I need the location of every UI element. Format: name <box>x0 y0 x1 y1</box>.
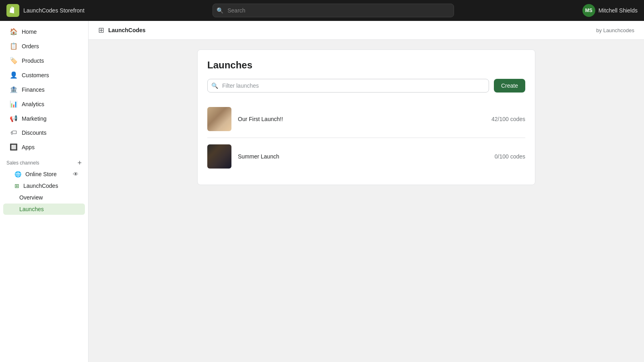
sidebar-item-apps[interactable]: 🔲 Apps <box>3 140 85 154</box>
launch-left: Summer Launch <box>207 144 279 169</box>
apps-icon: 🔲 <box>10 143 18 151</box>
sales-channels-label: Sales channels <box>6 160 39 166</box>
search-icon: 🔍 <box>217 7 223 14</box>
sidebar-item-orders[interactable]: 📋 Orders <box>3 39 85 53</box>
user-name: Mitchell Shields <box>599 7 638 14</box>
sidebar-item-label-home: Home <box>22 29 37 35</box>
sidebar-item-label-products: Products <box>22 58 44 64</box>
sidebar-child-label-launches: Launches <box>19 206 44 212</box>
shopify-logo <box>6 4 19 17</box>
home-icon: 🏠 <box>10 28 18 35</box>
sidebar-item-label-launchcodes: LaunchCodes <box>23 183 58 189</box>
sidebar-item-launchcodes[interactable]: ⊞ LaunchCodes <box>3 180 85 191</box>
topbar: LaunchCodes Storefront 🔍 MS Mitchell Shi… <box>0 0 644 21</box>
sidebar-item-products[interactable]: 🏷️ Products <box>3 53 85 68</box>
sidebar-item-label-marketing: Marketing <box>22 115 46 122</box>
sidebar-item-label-orders: Orders <box>22 43 39 49</box>
finances-icon: 🏦 <box>10 86 18 93</box>
topbar-left: LaunchCodes Storefront <box>6 4 85 17</box>
launch-item-summer-launch[interactable]: Summer Launch 0/100 codes <box>207 138 525 175</box>
sidebar-child-overview[interactable]: Overview <box>3 192 85 203</box>
analytics-icon: 📊 <box>10 100 18 108</box>
launch-thumbnail <box>207 144 231 169</box>
layout: 🏠 Home 📋 Orders 🏷️ Products 👤 Customers … <box>0 21 644 362</box>
search-input[interactable] <box>213 4 454 17</box>
sidebar-item-marketing[interactable]: 📢 Marketing <box>3 111 85 125</box>
filter-row: 🔍 Create <box>207 79 525 93</box>
launches-card: Launches 🔍 Create Our First Launch!! 42/… <box>197 49 535 185</box>
sidebar-item-label-online-store: Online Store <box>25 171 57 177</box>
sidebar-child-launches[interactable]: Launches <box>3 204 85 215</box>
search-bar: 🔍 <box>213 4 454 17</box>
launches-title: Launches <box>207 60 525 71</box>
page-header-title: LaunchCodes <box>108 27 146 33</box>
page-header-by: by Launchcodes <box>596 27 634 33</box>
store-name: LaunchCodes Storefront <box>23 7 85 14</box>
launch-left: Our First Launch!! <box>207 107 283 131</box>
launch-name: Summer Launch <box>238 153 279 160</box>
page-header: ⊞ LaunchCodes by Launchcodes <box>89 21 644 40</box>
discounts-icon: 🏷 <box>10 129 18 136</box>
sidebar-item-home[interactable]: 🏠 Home <box>3 25 85 39</box>
add-sales-channel-button[interactable]: + <box>77 159 82 167</box>
launch-codes: 42/100 codes <box>491 116 525 122</box>
sidebar-nav: 🏠 Home 📋 Orders 🏷️ Products 👤 Customers … <box>0 21 88 218</box>
filter-launches-input[interactable] <box>207 79 489 93</box>
sidebar-child-label-overview: Overview <box>19 194 43 201</box>
launch-codes: 0/100 codes <box>495 153 525 160</box>
online-store-icon: 🌐 <box>14 171 21 177</box>
sidebar-item-analytics[interactable]: 📊 Analytics <box>3 97 85 111</box>
page-header-left: ⊞ LaunchCodes <box>98 26 146 35</box>
avatar[interactable]: MS <box>582 4 595 17</box>
sidebar-item-online-store[interactable]: 🌐 Online Store 👁 <box>3 169 85 180</box>
sales-channels-section: Sales channels + <box>0 154 88 168</box>
filter-search-icon: 🔍 <box>211 82 218 89</box>
customers-icon: 👤 <box>10 71 18 79</box>
launch-item-first-launch[interactable]: Our First Launch!! 42/100 codes <box>207 101 525 138</box>
launch-name: Our First Launch!! <box>238 116 283 122</box>
launchcodes-header-icon: ⊞ <box>98 26 104 35</box>
sidebar-item-discounts[interactable]: 🏷 Discounts <box>3 126 85 140</box>
sidebar-item-label-discounts: Discounts <box>22 130 46 136</box>
orders-icon: 📋 <box>10 42 18 50</box>
content-area: Launches 🔍 Create Our First Launch!! 42/… <box>89 40 644 195</box>
sidebar-item-label-finances: Finances <box>22 86 45 93</box>
sidebar-item-label-analytics: Analytics <box>22 101 44 107</box>
launchcodes-icon: ⊞ <box>14 183 19 189</box>
marketing-icon: 📢 <box>10 115 18 122</box>
launch-list: Our First Launch!! 42/100 codes Summer L… <box>207 101 525 175</box>
sidebar-item-label-apps: Apps <box>22 144 35 150</box>
filter-input-wrap: 🔍 <box>207 79 489 93</box>
launch-thumbnail <box>207 107 231 131</box>
sidebar: 🏠 Home 📋 Orders 🏷️ Products 👤 Customers … <box>0 21 89 362</box>
eye-icon[interactable]: 👁 <box>73 171 78 177</box>
create-button[interactable]: Create <box>494 79 525 93</box>
sidebar-item-label-customers: Customers <box>22 72 49 78</box>
topbar-right: MS Mitchell Shields <box>582 4 638 17</box>
main-content: ⊞ LaunchCodes by Launchcodes Launches 🔍 … <box>89 21 644 362</box>
sidebar-item-finances[interactable]: 🏦 Finances <box>3 82 85 97</box>
products-icon: 🏷️ <box>10 57 18 64</box>
sidebar-item-customers[interactable]: 👤 Customers <box>3 68 85 82</box>
